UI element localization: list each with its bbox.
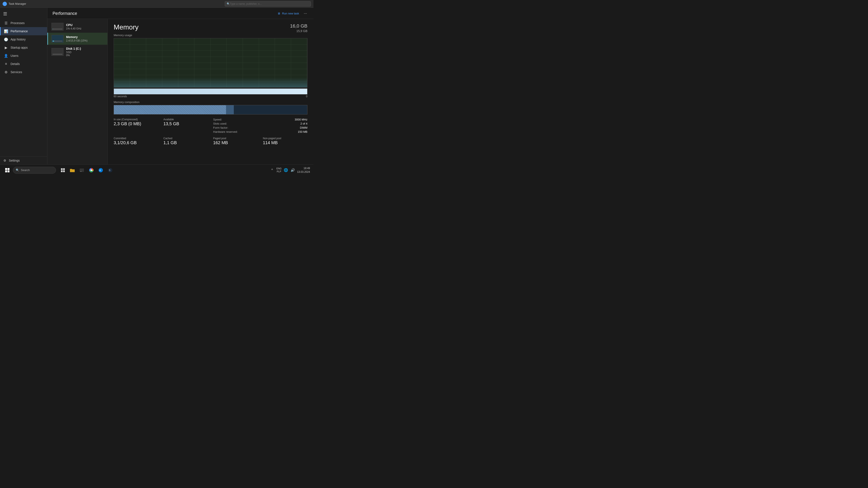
sidebar-label-services: Services — [10, 70, 22, 74]
sidebar-label-users: Users — [10, 54, 19, 58]
language-indicator[interactable]: ENGPLP — [276, 168, 282, 173]
taskbar-app-multitask[interactable] — [59, 166, 67, 174]
memory-panel: Memory 16,0 GB 15,9 GB Memory usage — [107, 19, 313, 164]
stat-in-use: In use (Compressed) 2,3 GB (0 MB) — [114, 118, 158, 133]
startup-icon: ▶ — [4, 45, 8, 50]
memory-total-gb: 16,0 GB — [290, 23, 307, 29]
speed-value: 3000 MHz — [295, 118, 307, 121]
stat-cached-label: Cached — [163, 137, 208, 140]
sidebar-item-details[interactable]: ≡ Details — [0, 60, 47, 68]
timeline-left-label: 60 seconds — [114, 95, 127, 98]
system-tray: ^ ENGPLP 🌐 🔊 18:49 13.03.2024 — [270, 166, 310, 174]
taskbar-app-chrome[interactable] — [87, 166, 96, 174]
tray-chevron[interactable]: ^ — [270, 168, 275, 173]
content-area: Performance 🖥 Run new task ··· CP — [48, 8, 313, 164]
sidebar-label-details: Details — [10, 62, 20, 66]
hw-reserved-value: 150 MB — [298, 130, 307, 133]
taskbar-app-edge[interactable]: e — [96, 166, 105, 174]
device-item-disk[interactable]: Disk 1 (C:) SSD 0% — [48, 45, 107, 59]
sidebar-label-app-history: App history — [10, 38, 26, 41]
sidebar: ☰ Processes 📊 Performance 🕐 App history … — [0, 8, 48, 164]
disk-name: Disk 1 (C:) — [66, 47, 104, 51]
cpu-detail: 1% 4,40 GHz — [66, 27, 104, 30]
svg-rect-5 — [70, 169, 72, 169]
windows-logo — [5, 168, 9, 172]
stat-in-use-label: In use (Compressed) — [114, 118, 158, 121]
stat-available-value: 13,5 GB — [163, 121, 208, 126]
memory-thumbnail — [52, 35, 63, 42]
memory-detail: 2,4/15,9 GB (15%) — [66, 39, 104, 42]
search-bar[interactable]: 🔍 Type a name, publisher, o... — [225, 1, 311, 6]
disk-thumbnail — [52, 48, 63, 56]
run-task-label: Run new task — [282, 12, 299, 15]
speed-label: Speed: — [213, 118, 222, 121]
device-item-cpu[interactable]: CPU 1% 4,40 GHz — [48, 21, 107, 33]
processes-icon: ☰ — [4, 21, 8, 25]
form-factor-label: Form factor: — [213, 126, 228, 129]
stat-available-label: Available — [163, 118, 208, 121]
settings-icon: ⚙ — [3, 159, 6, 162]
taskbar-search-label: Search — [21, 168, 30, 172]
settings-button[interactable]: ⚙ Settings — [0, 156, 47, 164]
start-button[interactable] — [3, 166, 11, 174]
memory-title: Memory — [114, 23, 138, 31]
more-options-button[interactable]: ··· — [303, 11, 308, 16]
app-title: Task Manager — [9, 2, 225, 5]
sidebar-item-services[interactable]: ⚙ Services — [0, 68, 47, 76]
stat-paged-pool-label: Paged pool — [213, 137, 258, 140]
services-icon: ⚙ — [4, 70, 8, 74]
stat-cached-value: 1,1 GB — [163, 140, 208, 145]
timeline-bar — [114, 89, 307, 94]
taskbar-search[interactable]: 🔍 Search — [13, 167, 56, 174]
hamburger-button[interactable] — [2, 10, 9, 17]
taskbar-app-steam[interactable]: S — [106, 166, 115, 174]
sidebar-item-app-history[interactable]: 🕐 App history — [0, 35, 47, 43]
stat-non-paged-pool: Non-paged pool 114 MB — [263, 137, 307, 145]
stat-in-use-value: 2,3 GB (0 MB) — [114, 121, 158, 126]
app-body: ☰ Processes 📊 Performance 🕐 App history … — [0, 8, 313, 164]
slots-label: Slots used: — [213, 122, 227, 125]
svg-rect-0 — [61, 168, 63, 170]
memory-header: Memory 16,0 GB 15,9 GB — [114, 23, 307, 33]
stat-committed-value: 3,1/20,6 GB — [114, 140, 158, 145]
sidebar-item-users[interactable]: 👤 Users — [0, 52, 47, 60]
taskbar-app-terminal[interactable]: _ — [78, 166, 86, 174]
graph-usage-area — [114, 77, 307, 87]
memory-graph — [114, 38, 307, 88]
search-icon: 🔍 — [227, 2, 230, 5]
comp-modified — [226, 105, 234, 114]
memory-stats-grid: In use (Compressed) 2,3 GB (0 MB) Availa… — [114, 118, 307, 145]
comp-standby — [234, 105, 307, 114]
svg-text:S: S — [109, 169, 111, 171]
taskbar-app-explorer[interactable] — [68, 166, 76, 174]
svg-rect-2 — [61, 170, 63, 172]
volume-icon[interactable]: 🔊 — [290, 168, 296, 173]
device-list: CPU 1% 4,40 GHz Memory 2,4/15,9 GB (15%) — [48, 19, 107, 164]
device-item-memory[interactable]: Memory 2,4/15,9 GB (15%) — [48, 33, 107, 45]
memory-composition-bar — [114, 105, 307, 115]
comp-in-use — [114, 105, 226, 114]
system-clock[interactable]: 18:49 13.03.2024 — [297, 166, 310, 174]
slots-value: 2 of 4 — [300, 122, 307, 125]
sidebar-item-startup[interactable]: ▶ Startup apps — [0, 43, 47, 52]
stat-paged-pool: Paged pool 162 MB — [213, 137, 258, 145]
clock-time: 18:49 — [297, 166, 310, 170]
sidebar-item-processes[interactable]: ☰ Processes — [0, 19, 47, 27]
stat-committed-label: Committed — [114, 137, 158, 140]
network-icon[interactable]: 🌐 — [283, 168, 288, 173]
cpu-thumbnail — [52, 23, 63, 31]
clock-date: 13.03.2024 — [297, 170, 310, 174]
memory-composition-label: Memory composition — [114, 100, 307, 104]
run-new-task-button[interactable]: 🖥 Run new task — [278, 12, 299, 15]
timeline-labels: 60 seconds 0 — [114, 95, 307, 98]
stat-speed: Speed: 3000 MHz Slots used: 2 of 4 Form … — [213, 118, 307, 133]
stat-non-paged-pool-value: 114 MB — [263, 140, 307, 145]
sidebar-item-performance[interactable]: 📊 Performance — [0, 27, 47, 35]
sidebar-label-performance: Performance — [10, 30, 28, 33]
users-icon: 👤 — [4, 54, 8, 58]
cpu-name: CPU — [66, 23, 104, 27]
sidebar-label-processes: Processes — [10, 21, 25, 25]
app-icon — [3, 2, 7, 6]
memory-usage-label: Memory usage — [114, 34, 307, 37]
run-task-icon: 🖥 — [278, 12, 280, 15]
